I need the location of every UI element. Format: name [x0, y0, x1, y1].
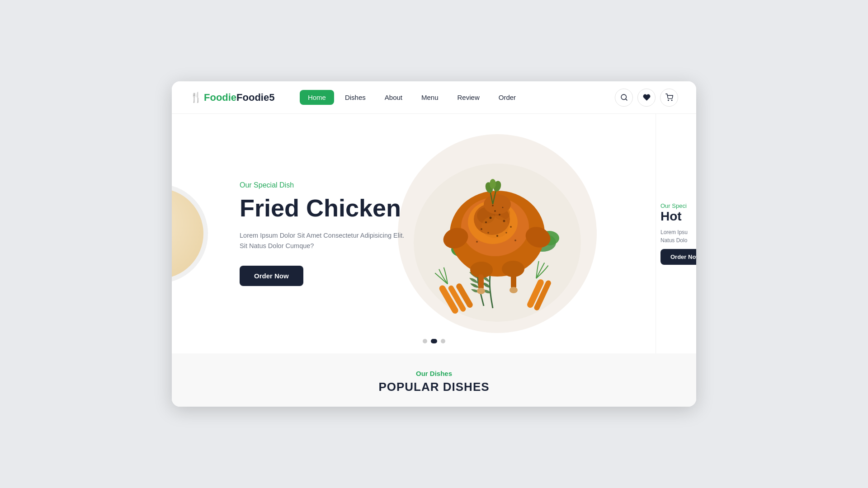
- nav-links: Home Dishes About Menu Review Order: [300, 90, 524, 105]
- next-slide-partial: Our Speci Hot Lorem IpsuNatus Dolo Order…: [656, 114, 696, 353]
- next-slide-tag: Our Speci: [660, 202, 696, 209]
- favorites-button[interactable]: [637, 89, 656, 107]
- hero-slider: Our Special Dish Fried Chicken Lorem Ips…: [172, 114, 696, 353]
- popular-section-title: POPULAR DISHES: [190, 380, 678, 394]
- svg-point-43: [514, 239, 516, 241]
- browser-window: 🍴 FoodieFoodie5 Home Dishes About Menu R…: [172, 81, 696, 407]
- svg-point-3: [671, 100, 672, 100]
- nav-order[interactable]: Order: [491, 90, 524, 105]
- navbar: 🍴 FoodieFoodie5 Home Dishes About Menu R…: [172, 81, 696, 114]
- next-order-button[interactable]: Order Now: [660, 249, 696, 265]
- svg-line-1: [625, 99, 627, 100]
- dot-1[interactable]: [423, 339, 427, 343]
- logo-text: FoodieFoodie5: [204, 92, 274, 103]
- logo[interactable]: 🍴 FoodieFoodie5: [190, 92, 274, 103]
- svg-point-40: [487, 232, 489, 234]
- nav-about[interactable]: About: [377, 90, 410, 105]
- svg-point-2: [668, 100, 668, 100]
- svg-point-32: [490, 217, 492, 219]
- nav-home[interactable]: Home: [300, 90, 334, 105]
- search-icon: [620, 94, 628, 101]
- slider-dots: [423, 339, 445, 343]
- popular-dishes-section: Our Dishes POPULAR DISHES: [172, 353, 696, 407]
- svg-point-37: [481, 228, 482, 230]
- popular-section-tag: Our Dishes: [190, 370, 678, 377]
- next-slide-title: Hot: [660, 209, 696, 224]
- svg-point-39: [496, 235, 498, 237]
- next-slide-desc: Lorem IpsuNatus Dolo: [660, 228, 696, 244]
- svg-point-22: [481, 216, 509, 238]
- svg-rect-26: [511, 273, 516, 289]
- prev-plate-image: [172, 188, 203, 279]
- svg-point-31: [484, 194, 511, 214]
- nav-review[interactable]: Review: [449, 90, 488, 105]
- slide-title: Fried Chicken: [240, 195, 411, 221]
- svg-point-41: [505, 232, 507, 234]
- search-button[interactable]: [615, 89, 633, 107]
- svg-point-36: [494, 210, 496, 212]
- nav-dishes[interactable]: Dishes: [337, 90, 374, 105]
- svg-point-33: [499, 214, 500, 216]
- cart-icon: [665, 94, 673, 101]
- prev-plate-circle: [172, 184, 208, 283]
- svg-point-45: [502, 207, 504, 208]
- svg-point-35: [503, 220, 505, 222]
- svg-point-44: [492, 205, 494, 206]
- svg-point-34: [485, 221, 487, 223]
- svg-point-42: [476, 241, 478, 243]
- order-now-button[interactable]: Order Now: [240, 266, 303, 286]
- dish-image: [398, 134, 597, 333]
- chicken-svg: [402, 139, 592, 328]
- logo-icon: 🍴: [190, 92, 201, 103]
- heart-icon: [643, 94, 651, 101]
- main-slide: Our Special Dish Fried Chicken Lorem Ips…: [208, 114, 656, 353]
- svg-point-28: [509, 287, 518, 293]
- cart-button[interactable]: [660, 89, 678, 107]
- svg-rect-25: [478, 274, 484, 290]
- dot-3[interactable]: [441, 339, 445, 343]
- prev-slide-partial: [172, 114, 208, 353]
- nav-icons: [615, 89, 678, 107]
- dot-2[interactable]: [431, 339, 437, 343]
- slide-content: Our Special Dish Fried Chicken Lorem Ips…: [240, 181, 411, 286]
- svg-point-48: [490, 179, 496, 189]
- slide-tag: Our Special Dish: [240, 181, 411, 189]
- slide-description: Lorem Ipsum Dolor Sit Amet Consectetur A…: [240, 230, 411, 251]
- nav-menu[interactable]: Menu: [413, 90, 447, 105]
- svg-point-27: [477, 288, 485, 294]
- slide-track: Our Special Dish Fried Chicken Lorem Ips…: [172, 114, 696, 353]
- svg-point-38: [510, 226, 512, 228]
